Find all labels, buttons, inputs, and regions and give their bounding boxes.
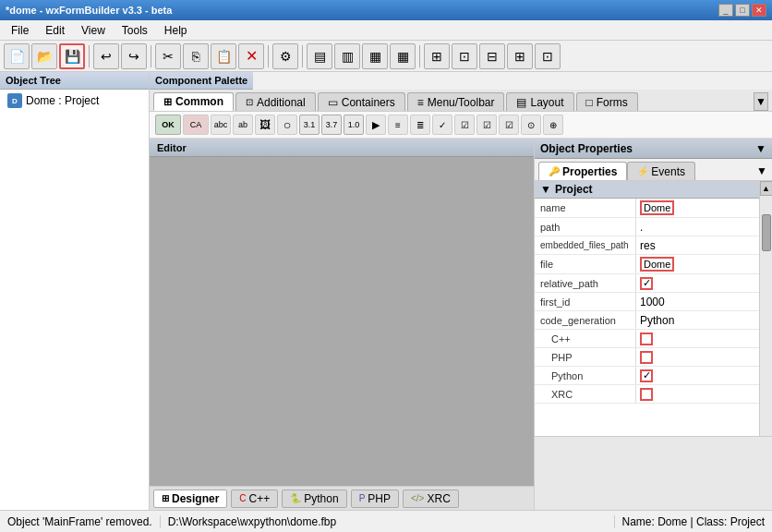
palette-icon-plus[interactable]: ⊕ — [543, 115, 563, 135]
props-table: ▼ Project name Dome path — [535, 181, 759, 436]
palette-tab-containers[interactable]: ▭ Containers — [318, 92, 405, 111]
props-tab-properties[interactable]: 🔑 Properties — [538, 162, 627, 180]
palette-tab-additional-icon: ⊡ — [246, 97, 253, 107]
props-value-name[interactable]: Dome — [636, 199, 759, 217]
redo-button[interactable]: ↪ — [121, 43, 147, 69]
statusbar-message: Object 'MainFrame' removed. — [7, 515, 152, 528]
layout-btn-3[interactable]: ⊟ — [479, 43, 505, 69]
settings-button[interactable]: ⚙ — [272, 43, 298, 69]
editor-tab-xrc[interactable]: </> XRC — [403, 490, 459, 508]
titlebar-controls: _ □ ✕ — [718, 4, 766, 17]
palette-icon-arr[interactable]: ▶ — [366, 115, 386, 135]
palette-icon-ok[interactable]: OK — [155, 115, 181, 135]
layout-btn-5[interactable]: ⊡ — [535, 43, 561, 69]
props-value-php[interactable] — [636, 348, 759, 366]
props-tab-properties-label: Properties — [562, 165, 617, 178]
embedded-files-value: res — [640, 239, 656, 252]
delete-button[interactable]: ✕ — [238, 43, 264, 69]
palette-end-button[interactable]: ▼ — [754, 92, 768, 111]
menu-view[interactable]: View — [74, 22, 113, 39]
statusbar: Object 'MainFrame' removed. D:\Workspace… — [0, 510, 772, 532]
palette-icon-10[interactable]: 1.0 — [344, 115, 364, 135]
path-value: . — [640, 221, 643, 234]
menu-tools[interactable]: Tools — [115, 22, 155, 39]
palette-icon-chk2[interactable]: ☑ — [454, 115, 475, 135]
props-value-first-id[interactable]: 1000 — [636, 293, 759, 310]
props-value-embedded-files[interactable]: res — [636, 236, 759, 254]
layout-btn-1[interactable]: ⊞ — [424, 43, 450, 69]
props-value-code-gen[interactable]: Python — [636, 311, 759, 329]
palette-icon-list2[interactable]: ≣ — [410, 115, 430, 135]
paste-button[interactable]: 📋 — [211, 43, 236, 69]
props-value-file[interactable]: Dome — [636, 255, 759, 273]
palette-icon-abc[interactable]: abc — [211, 115, 231, 135]
layout-btn-2[interactable]: ⊡ — [452, 43, 477, 69]
palette-tab-menutoolbar-label: Menu/Toolbar — [428, 96, 495, 109]
cpp-checkbox[interactable] — [640, 332, 653, 345]
toolbar-sep-5 — [419, 45, 420, 67]
props-value-relative-path[interactable]: ✓ — [636, 274, 759, 292]
props-section-project[interactable]: ▼ Project — [535, 181, 759, 199]
tree-item-dome[interactable]: D Dome : Project — [0, 90, 149, 112]
props-end-button[interactable]: ▼ — [755, 162, 768, 180]
editor-canvas[interactable] — [150, 157, 534, 486]
palette-icon-31[interactable]: 3.1 — [299, 115, 320, 135]
xrc-checkbox[interactable] — [640, 388, 653, 401]
palette-icon-chk1[interactable]: ✓ — [432, 115, 452, 135]
palette-icon-dot[interactable]: ⊙ — [521, 115, 541, 135]
undo-button[interactable]: ↩ — [93, 43, 119, 69]
palette-icon-37[interactable]: 3.7 — [321, 115, 342, 135]
layout-btn-4[interactable]: ⊞ — [507, 43, 533, 69]
palette-tab-common[interactable]: ⊞ Common — [153, 92, 234, 111]
palette-tab-additional[interactable]: ⊡ Additional — [235, 92, 316, 111]
align-btn-3[interactable]: ▦ — [362, 43, 388, 69]
align-btn-1[interactable]: ▤ — [307, 43, 332, 69]
props-name-file: file — [535, 255, 636, 273]
palette-icon-ca[interactable]: CA — [183, 115, 209, 135]
editor-tab-cpp[interactable]: C C++ — [231, 490, 278, 508]
maximize-button[interactable]: □ — [735, 4, 750, 17]
palette-tab-layout-icon: ▤ — [516, 96, 526, 109]
props-value-xrc[interactable] — [636, 385, 759, 403]
palette-icon-chk4[interactable]: ☑ — [499, 115, 519, 135]
editor-tab-designer[interactable]: ⊞ Designer — [153, 490, 227, 508]
editor-tab-php[interactable]: P PHP — [351, 490, 399, 508]
props-tab-events[interactable]: ⚡ Events — [627, 162, 695, 180]
editor-tab-php-label: PHP — [368, 492, 391, 505]
menu-edit[interactable]: Edit — [38, 22, 72, 39]
palette-tab-menutoolbar[interactable]: ≡ Menu/Toolbar — [407, 92, 505, 111]
palette-tab-layout[interactable]: ▤ Layout — [506, 92, 573, 111]
php-checkbox[interactable] — [640, 351, 653, 364]
properties-tabs: 🔑 Properties ⚡ Events ▼ — [535, 159, 772, 181]
minimize-button[interactable]: _ — [718, 4, 733, 17]
align-btn-2[interactable]: ▥ — [334, 43, 360, 69]
align-btn-4[interactable]: ▦ — [390, 43, 416, 69]
relative-path-checkbox[interactable]: ✓ — [640, 277, 653, 290]
properties-bottom-area — [535, 436, 772, 510]
palette-tab-forms[interactable]: □ Forms — [576, 92, 638, 111]
palette-icon-img[interactable]: 🖼 — [255, 115, 275, 135]
menu-help[interactable]: Help — [157, 22, 195, 39]
new-button[interactable]: 📄 — [4, 43, 30, 69]
palette-icon-list1[interactable]: ≡ — [388, 115, 408, 135]
scrollbar-up[interactable]: ▲ — [760, 181, 773, 196]
copy-button[interactable]: ⎘ — [183, 43, 209, 69]
cut-button[interactable]: ✂ — [155, 43, 181, 69]
python-checkbox[interactable]: ✓ — [640, 369, 653, 382]
props-row-php: PHP — [535, 348, 759, 367]
editor-tab-python[interactable]: 🐍 Python — [282, 490, 346, 508]
save-button[interactable]: 💾 — [59, 43, 85, 69]
open-button[interactable]: 📂 — [31, 43, 57, 69]
props-value-path[interactable]: . — [636, 218, 759, 236]
palette-icon-circle[interactable]: ○ — [277, 115, 297, 135]
palette-icon-chk3[interactable]: ☑ — [476, 115, 497, 135]
props-value-python[interactable]: ✓ — [636, 367, 759, 384]
scrollbar-thumb[interactable] — [762, 214, 771, 251]
close-button[interactable]: ✕ — [752, 4, 766, 17]
palette-icon-ab[interactable]: ab — [233, 115, 253, 135]
palette-tab-containers-label: Containers — [342, 96, 395, 109]
props-scrollbar[interactable]: ▲ — [759, 181, 772, 436]
props-value-cpp[interactable] — [636, 330, 759, 347]
props-row-path: path . — [535, 218, 759, 236]
menu-file[interactable]: File — [4, 22, 36, 39]
